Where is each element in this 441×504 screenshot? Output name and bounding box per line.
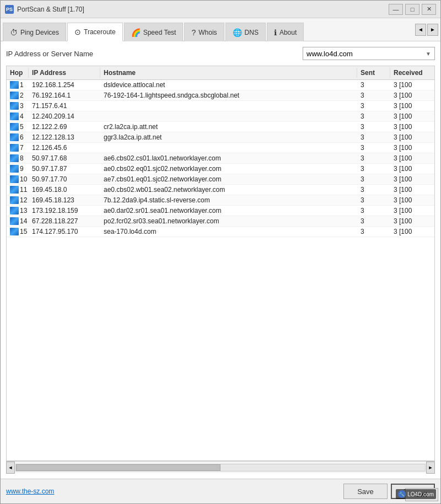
tab-ping[interactable]: ⏱ Ping Devices [3, 23, 66, 41]
hostname-cell: ae0.dar02.sr01.sea01.networklayer.com [100, 206, 357, 216]
tab-traceroute-label: Traceroute [84, 28, 116, 36]
received-cell: 3 [100 [390, 216, 434, 226]
table-row[interactable]: 1467.228.118.227po2.fcr02.sr03.sea01.net… [7, 216, 434, 227]
sent-cell: 3 [357, 132, 390, 142]
table-row[interactable]: 850.97.17.68ae6.cbs02.cs01.lax01.network… [7, 153, 434, 164]
sent-cell: 3 [357, 90, 390, 100]
dropdown-arrow-icon: ▼ [426, 51, 431, 57]
window-controls: — □ ✕ [389, 4, 436, 15]
hostname-cell: cr2.la2ca.ip.att.net [100, 122, 357, 132]
sent-cell: 3 [357, 216, 390, 226]
tab-dns[interactable]: 🌐 DNS [225, 23, 266, 41]
table-row[interactable]: 712.126.45.633 [100 [7, 143, 434, 153]
received-cell: 3 [100 [390, 206, 434, 216]
table-row[interactable]: 512.122.2.69cr2.la2ca.ip.att.net33 [100 [7, 122, 434, 132]
table-row[interactable]: 276.192.164.176-192-164-1.lightspeed.snd… [7, 90, 434, 101]
minimize-button[interactable]: — [389, 4, 403, 15]
ip-cell: 50.97.17.70 [29, 174, 100, 184]
speedtest-icon: 🌈 [131, 28, 141, 37]
hop-cell: 10 [7, 174, 29, 184]
scroll-left-btn[interactable]: ◄ [6, 462, 15, 474]
table-row[interactable]: 950.97.17.87ae0.cbs02.eq01.sjc02.network… [7, 164, 434, 174]
ip-cell: 76.192.164.1 [29, 90, 100, 100]
tab-nav-right[interactable]: ► [427, 24, 438, 36]
table-row[interactable]: 13173.192.18.159ae0.dar02.sr01.sea01.net… [7, 206, 434, 216]
scroll-right-btn[interactable]: ► [426, 462, 435, 474]
ip-cell: 50.97.17.68 [29, 153, 100, 163]
ip-cell: 12.122.128.13 [29, 132, 100, 142]
table-row[interactable]: 15174.127.95.170sea-170.lo4d.com33 [100 [7, 227, 434, 237]
tab-dns-label: DNS [245, 29, 259, 36]
network-icon [10, 217, 19, 225]
tab-nav-left[interactable]: ◄ [415, 24, 426, 36]
dns-icon: 🌐 [233, 28, 242, 37]
ip-cell: 173.192.18.159 [29, 206, 100, 216]
col-received: Received [390, 68, 434, 78]
table-row[interactable]: 1192.168.1.254dsldevice.attlocal.net33 [… [7, 80, 434, 90]
hostname-cell: ae0.cbs02.eq01.sjc02.networklayer.com [100, 164, 357, 174]
table-row[interactable]: 412.240.209.1433 [100 [7, 111, 434, 122]
received-cell: 3 [100 [390, 132, 434, 142]
tab-nav: ◄ ► [415, 20, 438, 41]
hop-cell: 6 [7, 132, 29, 142]
scrollbar-track[interactable] [15, 464, 426, 471]
ping-icon: ⏱ [10, 28, 18, 37]
network-icon [10, 123, 19, 131]
table-row[interactable]: 1050.97.17.70ae7.cbs01.eq01.sjc02.networ… [7, 174, 434, 185]
traceroute-table: Hop IP Address Hostname Sent Received 11… [6, 66, 435, 461]
hostname-cell: ae6.cbs02.cs01.lax01.networklayer.com [100, 153, 357, 163]
hostname-cell [100, 115, 357, 117]
sent-cell: 3 [357, 153, 390, 163]
hop-cell: 15 [7, 227, 29, 237]
hop-cell: 13 [7, 206, 29, 216]
table-header: Hop IP Address Hostname Sent Received [7, 66, 434, 80]
table-body: 1192.168.1.254dsldevice.attlocal.net33 [… [7, 80, 434, 460]
hop-cell: 5 [7, 122, 29, 132]
hop-cell: 3 [7, 101, 29, 111]
watermark-text: LO4D.com [407, 491, 434, 497]
col-sent: Sent [357, 68, 390, 78]
hostname-cell [100, 147, 357, 149]
traceroute-icon: ⊙ [74, 28, 81, 36]
received-cell: 3 [100 [390, 143, 434, 153]
col-hostname: Hostname [100, 68, 357, 78]
hop-cell: 4 [7, 111, 29, 121]
table-row[interactable]: 612.122.128.13ggr3.la2ca.ip.att.net33 [1… [7, 132, 434, 143]
network-icon [10, 207, 19, 215]
hop-cell: 11 [7, 185, 29, 195]
watermark: 🔧 LO4D.com [396, 489, 436, 499]
tab-whois[interactable]: ? Whois [184, 23, 224, 41]
close-button[interactable]: ✕ [422, 4, 436, 15]
sent-cell: 3 [357, 80, 390, 90]
network-icon [10, 144, 19, 152]
table-row[interactable]: 371.157.6.4133 [100 [7, 101, 434, 111]
tab-about[interactable]: ℹ About [267, 23, 304, 41]
ip-cell: 50.97.17.87 [29, 164, 100, 174]
table-row[interactable]: 11169.45.18.0ae0.cbs02.wb01.sea02.networ… [7, 185, 434, 195]
tab-speedtest[interactable]: 🌈 Speed Test [124, 23, 184, 41]
horizontal-scrollbar[interactable]: ◄ ► [6, 461, 435, 473]
received-cell: 3 [100 [390, 174, 434, 184]
hostname-cell [100, 105, 357, 107]
ip-row: IP Address or Server Name www.lo4d.com ▼ [6, 47, 435, 60]
sent-cell: 3 [357, 143, 390, 153]
received-cell: 3 [100 [390, 101, 434, 111]
ip-label: IP Address or Server Name [6, 50, 93, 58]
maximize-button[interactable]: □ [405, 4, 420, 15]
tab-traceroute[interactable]: ⊙ Traceroute [67, 23, 123, 41]
ip-cell: 169.45.18.123 [29, 195, 100, 205]
ip-cell: 12.122.2.69 [29, 122, 100, 132]
footer-link[interactable]: www.the-sz.com [6, 487, 54, 495]
content-area: IP Address or Server Name www.lo4d.com ▼… [1, 41, 440, 479]
tab-whois-label: Whois [198, 29, 217, 36]
save-button[interactable]: Save [343, 484, 388, 499]
scrollbar-thumb[interactable] [16, 464, 220, 471]
sent-cell: 3 [357, 122, 390, 132]
hostname-cell: 76-192-164-1.lightspeed.sndgca.sbcglobal… [100, 90, 357, 100]
tab-ping-label: Ping Devices [20, 29, 59, 36]
ip-cell: 67.228.118.227 [29, 216, 100, 226]
table-row[interactable]: 12169.45.18.1237b.12.2da9.ip4.static.sl-… [7, 195, 434, 206]
received-cell: 3 [100 [390, 227, 434, 237]
ip-dropdown[interactable]: www.lo4d.com ▼ [303, 47, 435, 60]
sent-cell: 3 [357, 174, 390, 184]
